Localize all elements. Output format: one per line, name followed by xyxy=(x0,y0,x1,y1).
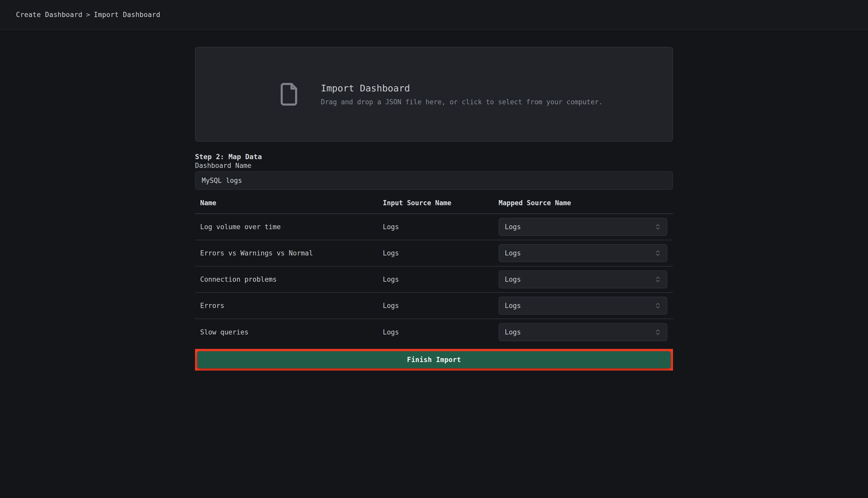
row-name: Connection problems xyxy=(195,276,383,283)
chevron-up-down-icon xyxy=(653,328,662,337)
import-dashboard-panel: Import Dashboard Drag and drop a JSON fi… xyxy=(195,47,673,370)
mapped-source-value: Logs xyxy=(505,302,521,310)
table-row: Errors vs Warnings vs Normal Logs Logs xyxy=(195,240,673,266)
chevron-up-down-icon xyxy=(653,275,662,284)
table-header-row: Name Input Source Name Mapped Source Nam… xyxy=(195,190,673,214)
mapped-source-value: Logs xyxy=(505,328,521,336)
mapped-source-select[interactable]: Logs xyxy=(499,244,667,262)
column-header-input-source-name: Input Source Name xyxy=(383,199,499,213)
row-name: Slow queries xyxy=(195,328,383,336)
top-bar: Create Dashboard>Import Dashboard xyxy=(0,0,868,30)
row-input-source: Logs xyxy=(383,249,499,257)
mapped-source-value: Logs xyxy=(505,276,521,283)
dropzone-text: Import Dashboard Drag and drop a JSON fi… xyxy=(321,83,603,106)
mapped-source-select[interactable]: Logs xyxy=(499,297,667,315)
row-input-source: Logs xyxy=(383,302,499,310)
chevron-up-down-icon xyxy=(653,301,662,310)
table-row: Connection problems Logs Logs xyxy=(195,266,673,293)
dashboard-name-label: Dashboard Name xyxy=(195,162,252,169)
row-input-source: Logs xyxy=(383,223,499,231)
json-file-dropzone[interactable]: Import Dashboard Drag and drop a JSON fi… xyxy=(195,47,673,142)
column-header-mapped-source-name: Mapped Source Name xyxy=(499,199,673,213)
mapped-source-value: Logs xyxy=(505,249,521,257)
mapped-source-select[interactable]: Logs xyxy=(499,323,667,341)
finish-import-button[interactable]: Finish Import xyxy=(197,351,671,368)
row-input-source: Logs xyxy=(383,276,499,283)
table-row: Errors Logs Logs xyxy=(195,293,673,319)
row-name: Errors xyxy=(195,302,383,310)
chevron-up-down-icon xyxy=(653,249,662,258)
row-name: Log volume over time xyxy=(195,223,383,231)
column-header-name: Name xyxy=(195,199,383,213)
chevron-up-down-icon xyxy=(653,222,662,231)
mapped-source-value: Logs xyxy=(505,223,521,231)
dropzone-title: Import Dashboard xyxy=(321,83,603,93)
breadcrumb-item-create-dashboard[interactable]: Create Dashboard xyxy=(16,11,82,18)
step-heading: Step 2: Map Data xyxy=(195,153,673,161)
file-icon xyxy=(276,82,301,107)
breadcrumb-separator: > xyxy=(86,11,90,18)
breadcrumb-item-import-dashboard[interactable]: Import Dashboard xyxy=(94,11,160,18)
table-row: Slow queries Logs Logs xyxy=(195,319,673,345)
mapped-source-select[interactable]: Logs xyxy=(499,270,667,288)
breadcrumb: Create Dashboard>Import Dashboard xyxy=(16,11,160,18)
mapped-source-select[interactable]: Logs xyxy=(499,218,667,236)
dropzone-subtitle: Drag and drop a JSON file here, or click… xyxy=(321,98,603,106)
dashboard-name-input[interactable] xyxy=(195,171,673,190)
source-mapping-table: Name Input Source Name Mapped Source Nam… xyxy=(195,190,673,345)
annotation-highlight-box: Finish Import xyxy=(195,349,673,370)
row-input-source: Logs xyxy=(383,328,499,336)
table-row: Log volume over time Logs Logs xyxy=(195,214,673,240)
row-name: Errors vs Warnings vs Normal xyxy=(195,249,383,257)
